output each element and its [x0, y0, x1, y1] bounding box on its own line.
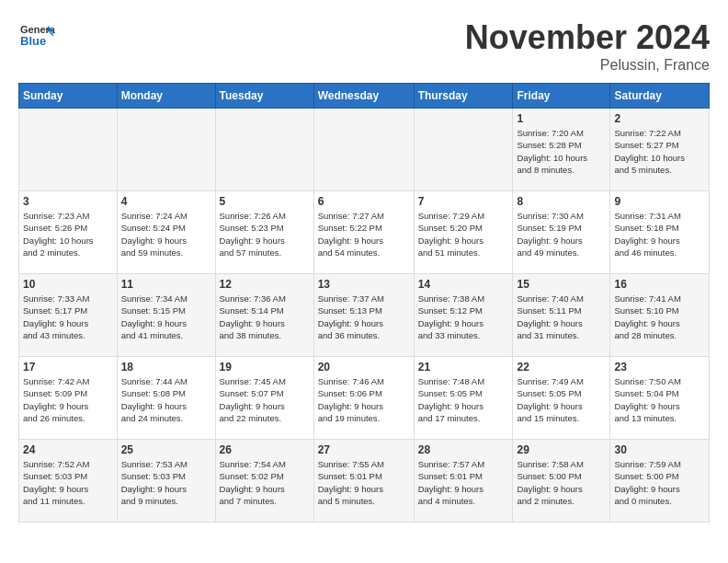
- calendar-cell: 5Sunrise: 7:26 AM Sunset: 5:23 PM Daylig…: [215, 191, 313, 274]
- calendar-cell: 10Sunrise: 7:33 AM Sunset: 5:17 PM Dayli…: [19, 274, 118, 357]
- day-content: Sunrise: 7:37 AM Sunset: 5:13 PM Dayligh…: [318, 293, 410, 341]
- calendar-cell: [117, 109, 215, 191]
- day-number: 5: [220, 195, 310, 208]
- calendar-cell: [313, 109, 414, 191]
- day-number: 11: [121, 278, 211, 291]
- calendar-cell: 24Sunrise: 7:52 AM Sunset: 5:03 PM Dayli…: [19, 440, 118, 523]
- calendar-week-row: 3Sunrise: 7:23 AM Sunset: 5:26 PM Daylig…: [19, 191, 710, 274]
- day-content: Sunrise: 7:59 AM Sunset: 5:00 PM Dayligh…: [614, 458, 705, 507]
- day-content: Sunrise: 7:23 AM Sunset: 5:26 PM Dayligh…: [23, 210, 113, 259]
- day-number: 6: [318, 195, 410, 208]
- calendar-cell: [215, 109, 313, 191]
- day-content: Sunrise: 7:45 AM Sunset: 5:07 PM Dayligh…: [220, 375, 310, 424]
- calendar-cell: 27Sunrise: 7:55 AM Sunset: 5:01 PM Dayli…: [313, 440, 414, 523]
- day-number: 19: [220, 361, 310, 373]
- header: General Blue November 2024 Pelussin, Fra…: [18, 18, 710, 74]
- weekday-header-row: SundayMondayTuesdayWednesdayThursdayFrid…: [19, 84, 710, 109]
- calendar-week-row: 10Sunrise: 7:33 AM Sunset: 5:17 PM Dayli…: [19, 274, 710, 357]
- calendar-cell: 3Sunrise: 7:23 AM Sunset: 5:26 PM Daylig…: [19, 191, 118, 274]
- weekday-header-monday: Monday: [117, 84, 215, 109]
- day-number: 14: [418, 278, 509, 291]
- day-number: 4: [121, 195, 211, 208]
- calendar-cell: 15Sunrise: 7:40 AM Sunset: 5:11 PM Dayli…: [513, 274, 610, 357]
- day-content: Sunrise: 7:30 AM Sunset: 5:19 PM Dayligh…: [517, 210, 606, 259]
- calendar-cell: 12Sunrise: 7:36 AM Sunset: 5:14 PM Dayli…: [215, 274, 313, 357]
- calendar-week-row: 24Sunrise: 7:52 AM Sunset: 5:03 PM Dayli…: [19, 440, 710, 523]
- page-title: November 2024: [465, 18, 710, 57]
- weekday-header-friday: Friday: [513, 84, 610, 109]
- calendar-cell: 17Sunrise: 7:42 AM Sunset: 5:09 PM Dayli…: [19, 357, 118, 440]
- day-content: Sunrise: 7:38 AM Sunset: 5:12 PM Dayligh…: [418, 293, 509, 341]
- calendar-body: 1Sunrise: 7:20 AM Sunset: 5:28 PM Daylig…: [19, 109, 710, 523]
- day-number: 20: [318, 361, 410, 373]
- weekday-header-saturday: Saturday: [610, 84, 710, 109]
- weekday-header-sunday: Sunday: [19, 84, 118, 109]
- calendar-header: SundayMondayTuesdayWednesdayThursdayFrid…: [19, 84, 710, 109]
- day-content: Sunrise: 7:42 AM Sunset: 5:09 PM Dayligh…: [23, 375, 113, 424]
- calendar-cell: 16Sunrise: 7:41 AM Sunset: 5:10 PM Dayli…: [610, 274, 710, 357]
- day-content: Sunrise: 7:33 AM Sunset: 5:17 PM Dayligh…: [23, 293, 113, 341]
- day-number: 13: [318, 278, 410, 291]
- day-number: 12: [220, 278, 310, 291]
- day-number: 9: [614, 195, 705, 208]
- calendar-cell: 30Sunrise: 7:59 AM Sunset: 5:00 PM Dayli…: [610, 440, 710, 523]
- day-content: Sunrise: 7:48 AM Sunset: 5:05 PM Dayligh…: [418, 375, 509, 424]
- day-content: Sunrise: 7:31 AM Sunset: 5:18 PM Dayligh…: [614, 210, 705, 259]
- calendar-cell: 13Sunrise: 7:37 AM Sunset: 5:13 PM Dayli…: [313, 274, 414, 357]
- day-number: 22: [517, 361, 606, 373]
- calendar-week-row: 17Sunrise: 7:42 AM Sunset: 5:09 PM Dayli…: [19, 357, 710, 440]
- day-number: 27: [318, 443, 410, 456]
- day-number: 24: [23, 443, 113, 456]
- day-content: Sunrise: 7:29 AM Sunset: 5:20 PM Dayligh…: [418, 210, 509, 259]
- day-content: Sunrise: 7:36 AM Sunset: 5:14 PM Dayligh…: [220, 293, 310, 341]
- day-number: 2: [614, 112, 705, 125]
- calendar-cell: 14Sunrise: 7:38 AM Sunset: 5:12 PM Dayli…: [414, 274, 513, 357]
- calendar-cell: 20Sunrise: 7:46 AM Sunset: 5:06 PM Dayli…: [313, 357, 414, 440]
- day-content: Sunrise: 7:49 AM Sunset: 5:05 PM Dayligh…: [517, 375, 606, 424]
- calendar-table: SundayMondayTuesdayWednesdayThursdayFrid…: [18, 83, 710, 523]
- day-content: Sunrise: 7:58 AM Sunset: 5:00 PM Dayligh…: [517, 458, 606, 507]
- day-content: Sunrise: 7:46 AM Sunset: 5:06 PM Dayligh…: [318, 375, 410, 424]
- weekday-header-thursday: Thursday: [414, 84, 513, 109]
- day-number: 28: [418, 443, 509, 456]
- day-number: 26: [220, 443, 310, 456]
- calendar-cell: 21Sunrise: 7:48 AM Sunset: 5:05 PM Dayli…: [414, 357, 513, 440]
- calendar-cell: 4Sunrise: 7:24 AM Sunset: 5:24 PM Daylig…: [117, 191, 215, 274]
- day-number: 15: [517, 278, 606, 291]
- day-content: Sunrise: 7:41 AM Sunset: 5:10 PM Dayligh…: [614, 293, 705, 341]
- calendar-cell: 22Sunrise: 7:49 AM Sunset: 5:05 PM Dayli…: [513, 357, 610, 440]
- day-number: 18: [121, 361, 211, 373]
- calendar-cell: 11Sunrise: 7:34 AM Sunset: 5:15 PM Dayli…: [117, 274, 215, 357]
- day-content: Sunrise: 7:52 AM Sunset: 5:03 PM Dayligh…: [23, 458, 113, 507]
- day-number: 23: [614, 361, 705, 373]
- calendar-cell: [19, 109, 118, 191]
- weekday-header-wednesday: Wednesday: [313, 84, 414, 109]
- day-content: Sunrise: 7:53 AM Sunset: 5:03 PM Dayligh…: [121, 458, 211, 507]
- title-area: November 2024 Pelussin, France: [465, 18, 710, 74]
- day-number: 25: [121, 443, 211, 456]
- calendar-cell: 26Sunrise: 7:54 AM Sunset: 5:02 PM Dayli…: [215, 440, 313, 523]
- day-content: Sunrise: 7:44 AM Sunset: 5:08 PM Dayligh…: [121, 375, 211, 424]
- logo-icon: General Blue: [18, 18, 55, 55]
- calendar-cell: 19Sunrise: 7:45 AM Sunset: 5:07 PM Dayli…: [215, 357, 313, 440]
- day-number: 21: [418, 361, 509, 373]
- day-number: 16: [614, 278, 705, 291]
- day-content: Sunrise: 7:34 AM Sunset: 5:15 PM Dayligh…: [121, 293, 211, 341]
- day-content: Sunrise: 7:50 AM Sunset: 5:04 PM Dayligh…: [614, 375, 705, 424]
- day-content: Sunrise: 7:40 AM Sunset: 5:11 PM Dayligh…: [517, 293, 606, 341]
- day-content: Sunrise: 7:20 AM Sunset: 5:28 PM Dayligh…: [517, 127, 606, 176]
- page-subtitle: Pelussin, France: [465, 57, 710, 74]
- day-content: Sunrise: 7:27 AM Sunset: 5:22 PM Dayligh…: [318, 210, 410, 259]
- calendar-cell: 7Sunrise: 7:29 AM Sunset: 5:20 PM Daylig…: [414, 191, 513, 274]
- calendar-cell: [414, 109, 513, 191]
- day-content: Sunrise: 7:55 AM Sunset: 5:01 PM Dayligh…: [318, 458, 410, 507]
- day-number: 17: [23, 361, 113, 373]
- day-number: 30: [614, 443, 705, 456]
- day-number: 8: [517, 195, 606, 208]
- day-content: Sunrise: 7:57 AM Sunset: 5:01 PM Dayligh…: [418, 458, 509, 507]
- calendar-cell: 8Sunrise: 7:30 AM Sunset: 5:19 PM Daylig…: [513, 191, 610, 274]
- day-number: 1: [517, 112, 606, 125]
- day-number: 29: [517, 443, 606, 456]
- svg-text:Blue: Blue: [20, 34, 46, 48]
- calendar-cell: 29Sunrise: 7:58 AM Sunset: 5:00 PM Dayli…: [513, 440, 610, 523]
